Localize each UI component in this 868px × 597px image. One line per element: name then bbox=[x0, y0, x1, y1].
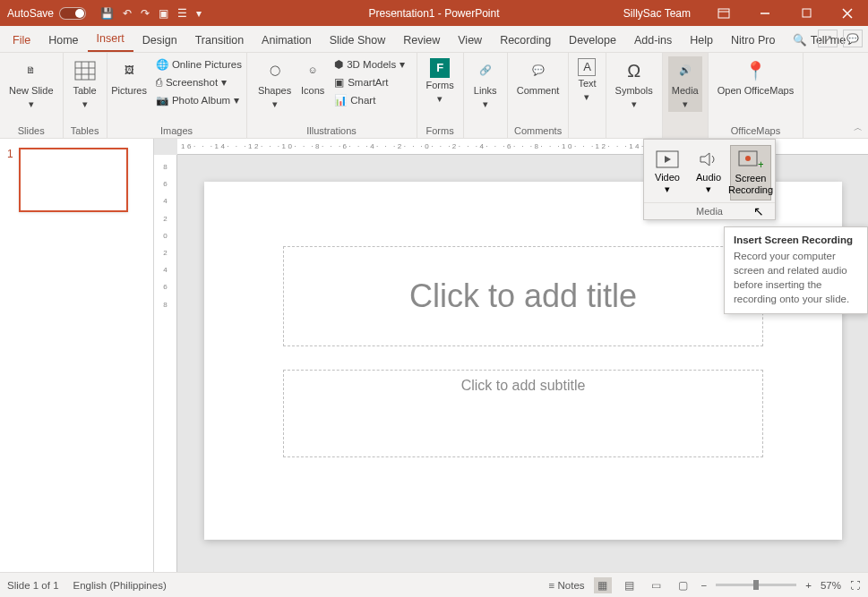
subtitle-placeholder[interactable]: Click to add subtitle bbox=[283, 370, 763, 457]
tab-review[interactable]: Review bbox=[394, 29, 449, 52]
3d-models-button[interactable]: ⬢3D Models▾ bbox=[331, 56, 408, 72]
zoom-level[interactable]: 57% bbox=[821, 580, 841, 591]
screen-recording-icon: + bbox=[737, 149, 764, 171]
language-status[interactable]: English (Philippines) bbox=[73, 580, 167, 591]
chevron-down-icon: ▾ bbox=[683, 98, 688, 110]
slideshow-view-icon[interactable]: ▢ bbox=[675, 577, 692, 593]
insert-screen-recording-button[interactable]: + Screen Recording bbox=[730, 145, 771, 200]
tab-animations[interactable]: Animation bbox=[253, 29, 321, 52]
zoom-slider[interactable] bbox=[716, 584, 796, 586]
tab-transitions[interactable]: Transition bbox=[186, 29, 253, 52]
tab-slideshow[interactable]: Slide Show bbox=[321, 29, 395, 52]
group-slides: 🗎New Slide▾ Slides bbox=[0, 53, 64, 138]
text-button[interactable]: AText▾ bbox=[574, 56, 599, 105]
slide-thumbnail-1[interactable] bbox=[19, 148, 128, 212]
smartart-button[interactable]: ▣SmartArt bbox=[331, 74, 408, 90]
group-label-slides: Slides bbox=[5, 125, 57, 136]
title-placeholder[interactable]: Click to add title bbox=[283, 246, 763, 346]
forms-label: Forms bbox=[426, 80, 454, 91]
share-button[interactable]: ↗ bbox=[818, 30, 838, 47]
forms-button[interactable]: FForms▾ bbox=[423, 56, 458, 107]
chart-button[interactable]: 📊Chart bbox=[331, 92, 408, 108]
autosave-label: AutoSave bbox=[7, 7, 54, 20]
zoom-out-icon[interactable]: − bbox=[701, 580, 708, 591]
symbols-label: Symbols bbox=[615, 85, 653, 97]
ribbon-display-icon[interactable] bbox=[703, 0, 744, 26]
table-button[interactable]: Table▾ bbox=[69, 56, 101, 112]
new-slide-label: New Slide bbox=[9, 85, 54, 97]
minimize-icon[interactable] bbox=[744, 0, 786, 26]
media-label: Media bbox=[672, 85, 699, 97]
svg-rect-3 bbox=[803, 9, 811, 17]
shapes-icon: ◯ bbox=[262, 58, 288, 83]
icons-button[interactable]: ☺Icons bbox=[296, 56, 329, 98]
window-title: Presentation1 - PowerPoint bbox=[368, 7, 499, 20]
table-icon bbox=[73, 58, 98, 83]
omega-icon: Ω bbox=[622, 58, 647, 83]
chevron-down-icon: ▾ bbox=[29, 98, 34, 110]
account-name[interactable]: SillySac Team bbox=[611, 7, 703, 20]
links-button[interactable]: 🔗Links▾ bbox=[469, 56, 502, 112]
screenshot-button[interactable]: ⎙Screenshot▾ bbox=[152, 74, 245, 90]
tab-recording[interactable]: Recording bbox=[491, 29, 560, 52]
chevron-down-icon: ▾ bbox=[483, 98, 488, 110]
collapse-ribbon-icon[interactable]: ︿ bbox=[854, 122, 863, 134]
tab-file[interactable]: File bbox=[4, 29, 39, 52]
slide-counter[interactable]: Slide 1 of 1 bbox=[7, 580, 59, 591]
autosave-toggle[interactable]: AutoSave bbox=[0, 7, 93, 20]
tab-developer[interactable]: Develope bbox=[560, 29, 625, 52]
photo-album-icon: 📷 bbox=[156, 94, 168, 107]
new-slide-button[interactable]: 🗎New Slide▾ bbox=[5, 56, 57, 112]
forms-icon: F bbox=[430, 58, 450, 78]
chevron-down-icon: ▾ bbox=[272, 98, 278, 110]
speaker-icon: 🔊 bbox=[673, 58, 698, 83]
list-icon[interactable]: ☰ bbox=[177, 7, 187, 20]
photo-album-button[interactable]: 📷Photo Album▾ bbox=[152, 92, 245, 108]
zoom-in-icon[interactable]: + bbox=[805, 580, 812, 591]
pictures-button[interactable]: 🖼Pictures bbox=[107, 56, 150, 98]
close-icon[interactable] bbox=[827, 0, 868, 26]
audio-icon bbox=[695, 149, 722, 170]
maximize-icon[interactable] bbox=[786, 0, 827, 26]
icons-icon: ☺ bbox=[300, 58, 325, 83]
tab-home[interactable]: Home bbox=[39, 29, 87, 52]
slide-sorter-view-icon[interactable]: ▤ bbox=[621, 577, 639, 593]
quick-access-toolbar: 💾 ↶ ↷ ▣ ☰ ▾ bbox=[100, 7, 202, 20]
comment-icon: 💬 bbox=[526, 58, 551, 83]
screenshot-icon: ⎙ bbox=[156, 77, 162, 88]
icons-label: Icons bbox=[301, 85, 324, 97]
normal-view-icon[interactable]: ▦ bbox=[594, 577, 612, 593]
group-symbols: ΩSymbols▾ bbox=[606, 53, 663, 138]
save-icon[interactable]: 💾 bbox=[100, 7, 114, 20]
redo-icon[interactable]: ↷ bbox=[141, 7, 150, 20]
vertical-ruler[interactable]: 864202468 bbox=[154, 155, 177, 572]
tab-help[interactable]: Help bbox=[681, 29, 722, 52]
chevron-down-icon: ▾ bbox=[665, 183, 670, 195]
symbols-button[interactable]: ΩSymbols▾ bbox=[612, 56, 657, 112]
group-label-illustrations: Illustrations bbox=[253, 125, 411, 136]
tab-nitropro[interactable]: Nitro Pro bbox=[722, 29, 784, 52]
comment-button[interactable]: 💬Comment bbox=[513, 56, 563, 98]
insert-video-button[interactable]: Video▾ bbox=[648, 145, 687, 200]
group-label-forms: Forms bbox=[423, 125, 458, 136]
audio-label: Audio bbox=[696, 172, 721, 183]
online-pictures-icon: 🌐 bbox=[156, 58, 168, 71]
start-from-beginning-icon[interactable]: ▣ bbox=[159, 7, 168, 20]
tab-design[interactable]: Design bbox=[133, 29, 186, 52]
tab-insert[interactable]: Insert bbox=[88, 27, 133, 52]
qat-more-icon[interactable]: ▾ bbox=[196, 7, 202, 20]
open-officemaps-button[interactable]: 📍Open OfficeMaps bbox=[714, 56, 797, 98]
undo-icon[interactable]: ↶ bbox=[123, 7, 132, 20]
comments-button[interactable]: 💬 bbox=[843, 30, 863, 47]
notes-button[interactable]: ≡ Notes bbox=[549, 580, 585, 591]
video-icon bbox=[654, 149, 681, 170]
tab-addins[interactable]: Add-ins bbox=[625, 29, 681, 52]
media-button[interactable]: 🔊Media▾ bbox=[668, 56, 702, 112]
reading-view-icon[interactable]: ▭ bbox=[648, 577, 666, 593]
online-pictures-button[interactable]: 🌐Online Pictures bbox=[152, 56, 245, 72]
tab-view[interactable]: View bbox=[449, 29, 491, 52]
shapes-button[interactable]: ◯Shapes▾ bbox=[254, 56, 295, 112]
cube-icon: ⬢ bbox=[334, 58, 343, 71]
insert-audio-button[interactable]: Audio▾ bbox=[689, 145, 728, 200]
fit-to-window-icon[interactable]: ⛶ bbox=[850, 580, 861, 591]
